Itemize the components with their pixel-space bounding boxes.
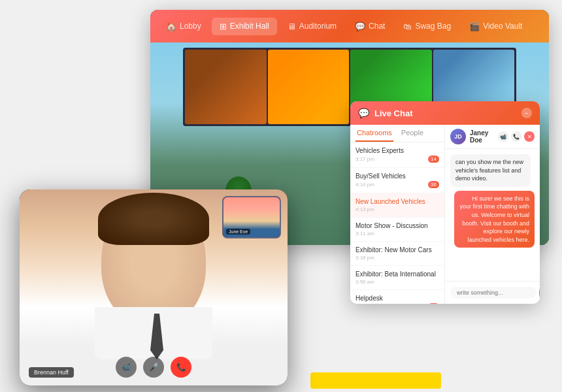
nav-bar: 🏠 Lobby ⊞ Exhibit Hall 🖥 Auditorium 💬 Ch…: [150, 10, 549, 42]
video-call-button[interactable]: 📹: [498, 131, 508, 142]
video-controls: 📹 🎤 📞: [116, 357, 191, 378]
user-header: JD Janey Doe 📹 📞 ✕: [445, 125, 540, 149]
chat-input-area: ➤: [445, 281, 540, 304]
chatroom-item[interactable]: Exhibitor: New Motor Cars 3:16 pm: [350, 242, 444, 266]
chat-header-icon: 💬: [358, 108, 369, 118]
shirt: [95, 307, 212, 359]
message-bubble: can you show me the new vehicle's featur…: [450, 154, 531, 187]
auditorium-icon: 🖥: [288, 22, 296, 31]
nav-lobby-label: Lobby: [180, 22, 201, 31]
nav-lobby[interactable]: 🏠 Lobby: [158, 18, 209, 35]
phone-button[interactable]: 📞: [511, 131, 521, 142]
send-button[interactable]: ➤: [539, 286, 540, 300]
user-actions: 📹 📞 ✕: [498, 131, 535, 142]
nav-exhibit-label: Exhibit Hall: [230, 22, 269, 31]
close-chat-button[interactable]: ✕: [524, 131, 535, 142]
chat-input[interactable]: [450, 287, 537, 299]
home-icon: 🏠: [166, 22, 176, 31]
video-main: June Eve Brennan Huff 📹 🎤 📞: [20, 189, 288, 385]
chatrooms-panel: Chatrooms People Vehicles Experts 3:17 p…: [350, 125, 445, 304]
video-thumbnail: June Eve: [222, 196, 281, 238]
chatrooms-tabs: Chatrooms People: [350, 125, 444, 142]
chatroom-item[interactable]: Buy/Sell Vehicles 4:14 pm 36: [350, 168, 444, 193]
nav-video-vault[interactable]: 🎬 Video Vault: [461, 18, 530, 35]
end-call-button[interactable]: 📞: [171, 357, 191, 378]
toggle-mic-button[interactable]: 🎤: [143, 357, 164, 378]
chatroom-item[interactable]: Vehicles Experts 3:17 pm 14: [350, 142, 444, 168]
nav-chat[interactable]: 💬 Chat: [347, 18, 393, 35]
toggle-video-button[interactable]: 📹: [116, 357, 137, 378]
nav-chat-label: Chat: [369, 22, 385, 31]
tie: [150, 314, 163, 359]
nav-auditorium-label: Auditorium: [299, 22, 337, 31]
nav-video-label: Video Vault: [483, 22, 522, 31]
nav-swag-bag[interactable]: 🛍 Swag Bag: [395, 18, 459, 35]
messages-list: can you show me the new vehicle's featur…: [445, 149, 540, 281]
user-avatar: JD: [450, 129, 466, 144]
yellow-accent-bar: [310, 372, 441, 389]
chatroom-item[interactable]: Helpdesk 4:46 pm 26: [350, 290, 444, 304]
video-icon: 🎬: [469, 22, 480, 31]
swag-icon: 🛍: [403, 22, 412, 31]
nav-exhibit-hall[interactable]: ⊞ Exhibit Hall: [212, 18, 277, 35]
chat-minimize-button[interactable]: −: [521, 108, 532, 118]
messages-panel: JD Janey Doe 📹 📞 ✕ can you show me the n…: [445, 125, 540, 304]
exhibit-icon: ⊞: [220, 22, 227, 31]
video-call-window: June Eve Brennan Huff 📹 🎤 📞: [20, 189, 288, 385]
user-name: Janey Doe: [470, 129, 494, 144]
chatroom-item[interactable]: New Launched Vehicles 4:13 pm: [350, 193, 444, 218]
car-img-2: [268, 50, 350, 124]
chatrooms-list: Vehicles Experts 3:17 pm 14 Buy/Sell Veh…: [350, 142, 444, 304]
caller-face: [88, 196, 219, 359]
chat-icon: 💬: [355, 22, 365, 31]
chatroom-item[interactable]: Motor Show - Discussion 3:11 am: [350, 218, 444, 242]
chatroom-item[interactable]: Exhibitor: Beta International 3:56 am: [350, 266, 444, 290]
thumbnail-label: June Eve: [226, 229, 250, 235]
tab-people[interactable]: People: [400, 125, 425, 142]
caller-name-badge: Brennan Huff: [29, 367, 74, 378]
chat-header: 💬 Live Chat −: [350, 101, 540, 125]
tab-chatrooms[interactable]: Chatrooms: [355, 125, 393, 142]
chat-panel: 💬 Live Chat − Chatrooms People Vehicles …: [350, 101, 540, 304]
nav-swag-label: Swag Bag: [415, 22, 451, 31]
message-bubble: Hi sure! we see this is your first time …: [454, 191, 535, 248]
chat-header-title: Live Chat: [374, 108, 516, 118]
hair: [98, 193, 209, 245]
chat-body: Chatrooms People Vehicles Experts 3:17 p…: [350, 125, 540, 304]
nav-auditorium[interactable]: 🖥 Auditorium: [280, 18, 344, 35]
car-img-1: [185, 50, 267, 124]
